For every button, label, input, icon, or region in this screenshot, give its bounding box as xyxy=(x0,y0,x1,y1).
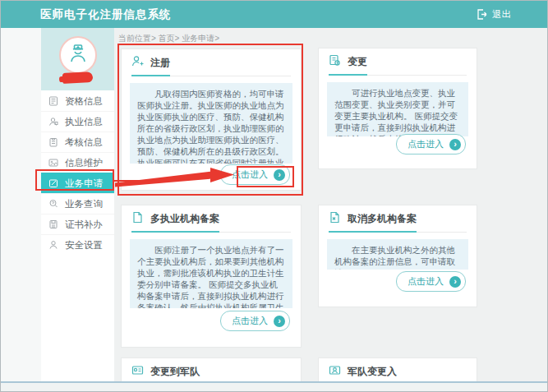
logout-icon xyxy=(477,9,487,20)
file-record-icon xyxy=(131,211,144,227)
person-icon xyxy=(48,240,58,250)
app-window: 医师电子化注册信息系统 退出 xyxy=(0,0,548,392)
enter-button-label: 点击进入 xyxy=(408,275,444,288)
redacted-username-scribble xyxy=(62,71,94,84)
sidebar-item-label: 业务申请 xyxy=(65,178,103,190)
sidebar-item-label: 业务查询 xyxy=(65,198,103,210)
enter-button-label: 点击进入 xyxy=(408,138,444,150)
chevron-right-icon: › xyxy=(449,139,461,150)
left-gutter xyxy=(1,28,41,391)
card-title: 取消多机构备案 xyxy=(348,212,417,226)
sidebar-nav: 资格信息 执业信息 考核信息 信息维护 业务申请 业务查询 xyxy=(41,91,114,255)
card-title: 变更 xyxy=(348,55,367,69)
avatar-panel xyxy=(41,28,114,90)
card-description: 医师注册了一个执业地点并有了一个主要执业机构后，如果要到其他机构执业，需到批准该… xyxy=(130,239,292,308)
window-bottom-strip xyxy=(1,383,547,391)
app-header: 医师电子化注册信息系统 退出 xyxy=(1,1,547,28)
enter-button-cancel-multi-org[interactable]: 点击进入 › xyxy=(396,271,466,292)
chevron-right-icon: › xyxy=(449,276,461,288)
sidebar-item-security-settings[interactable]: 安全设置 xyxy=(41,234,114,255)
edit-icon xyxy=(48,178,58,188)
card-title: 变更到军队 xyxy=(150,365,200,379)
file-text-icon xyxy=(48,96,58,106)
card-change: 变更 可进行执业地点变更、执业范围变更、执业类别变更，并可变更主要执业机构。 医… xyxy=(318,48,477,169)
chevron-right-icon: › xyxy=(274,316,285,327)
file-change-icon xyxy=(329,54,341,70)
sidebar-item-assessment-info[interactable]: 考核信息 xyxy=(41,131,114,152)
enter-button-register[interactable]: 点击进入 › xyxy=(220,164,290,185)
app-title: 医师电子化注册信息系统 xyxy=(40,1,172,28)
sidebar: 资格信息 执业信息 考核信息 信息维护 业务申请 业务查询 xyxy=(41,28,114,391)
enter-button-multi-org[interactable]: 点击进入 › xyxy=(220,311,290,331)
chevron-right-icon: › xyxy=(274,169,285,181)
logout-button[interactable]: 退出 xyxy=(477,1,511,28)
certificate-icon xyxy=(48,219,58,229)
card-cancel-multi-org-record: 取消多机构备案 在主要执业机构之外的其他机构备案的注册信息，可申请取消。 点击进… xyxy=(318,205,477,307)
card-description: 在主要执业机构之外的其他机构备案的注册信息，可申请取消。 xyxy=(327,239,468,270)
card-description: 可进行执业地点变更、执业范围变更、执业类别变更，并可变更主要执业机构。 医师提交… xyxy=(327,82,468,136)
logout-label: 退出 xyxy=(492,8,511,21)
breadcrumb: 当前位置> 首页> 业务申请> xyxy=(118,33,219,44)
sidebar-item-business-query[interactable]: 业务查询 xyxy=(41,193,114,214)
sidebar-item-label: 安全设置 xyxy=(65,239,103,251)
enter-button-change[interactable]: 点击进入 › xyxy=(396,134,466,154)
enter-button-label: 点击进入 xyxy=(232,315,268,327)
card-title: 多执业机构备案 xyxy=(150,212,219,226)
enter-button-label: 点击进入 xyxy=(232,168,268,181)
sidebar-item-label: 证书补办 xyxy=(65,219,103,231)
person-add-icon xyxy=(131,55,144,71)
sidebar-item-label: 资格信息 xyxy=(65,95,103,108)
sidebar-item-qualification-info[interactable]: 资格信息 xyxy=(41,91,114,111)
sidebar-item-info-maintenance[interactable]: 信息维护 xyxy=(41,152,114,173)
user-badge-icon xyxy=(48,117,58,127)
sidebar-item-label: 考核信息 xyxy=(65,136,103,149)
card-title: 注册 xyxy=(150,56,170,70)
id-card-icon xyxy=(131,364,144,380)
id-card-in-icon xyxy=(329,364,341,380)
card-multi-org-record: 多执业机构备案 医师注册了一个执业地点并有了一个主要执业机构后，如果要到其他机构… xyxy=(121,205,302,348)
sidebar-item-business-application[interactable]: 业务申请 xyxy=(41,173,114,193)
sidebar-item-label: 执业信息 xyxy=(65,116,103,128)
sidebar-item-label: 信息维护 xyxy=(65,157,103,169)
sidebar-item-practice-info[interactable]: 执业信息 xyxy=(41,111,114,131)
search-globe-icon xyxy=(48,199,58,209)
avatar xyxy=(59,36,97,74)
doctor-icon xyxy=(66,41,90,69)
clipboard-icon xyxy=(48,137,58,147)
card-register: 注册 凡取得国内医师资格的，均可申请医师执业注册。执业医师的执业地点为执业医师执… xyxy=(121,48,302,191)
card-description: 凡取得国内医师资格的，均可申请医师执业注册。执业医师的执业地点为执业医师执业的医… xyxy=(130,83,292,164)
card-title: 军队变更入 xyxy=(348,365,397,379)
sidebar-item-certificate-reissue[interactable]: 证书补办 xyxy=(41,214,114,234)
file-cancel-icon xyxy=(329,211,341,227)
picture-icon xyxy=(48,158,58,168)
